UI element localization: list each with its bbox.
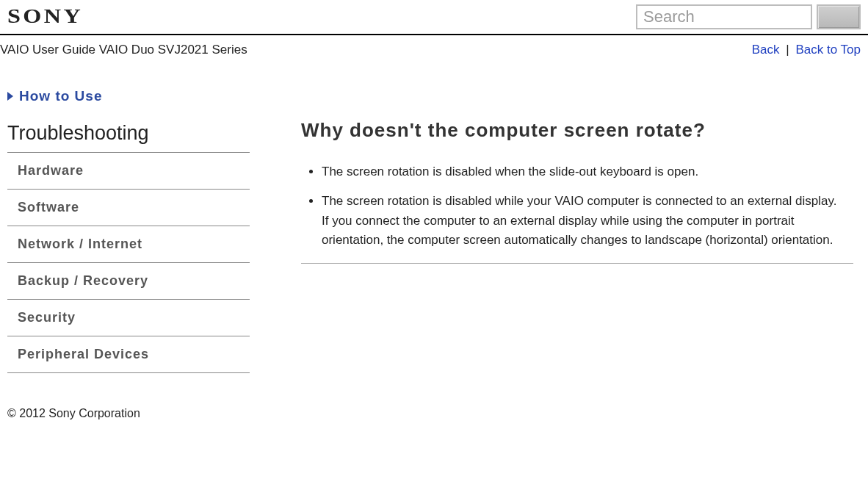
list-item-text: The screen rotation is disabled when the… xyxy=(322,165,698,179)
header: SONY xyxy=(0,0,868,35)
article-title: Why doesn't the computer screen rotate? xyxy=(301,119,853,142)
sidebar: How to Use Troubleshooting Hardware Soft… xyxy=(7,75,272,373)
sidebar-item-hardware[interactable]: Hardware xyxy=(7,153,250,190)
back-link[interactable]: Back xyxy=(752,43,780,57)
list-item: The screen rotation is disabled while yo… xyxy=(322,192,853,250)
list-item: The screen rotation is disabled when the… xyxy=(322,162,853,181)
breadcrumb: VAIO User Guide VAIO Duo SVJ2021 Series xyxy=(0,43,247,57)
sidebar-section-title: Troubleshooting xyxy=(7,122,250,153)
brand-logo: SONY xyxy=(7,4,83,28)
list-item-text: The screen rotation is disabled while yo… xyxy=(322,194,836,208)
arrow-right-icon xyxy=(7,92,13,101)
back-to-top-link[interactable]: Back to Top xyxy=(795,43,861,57)
search-form xyxy=(636,4,861,34)
subheader: VAIO User Guide VAIO Duo SVJ2021 Series … xyxy=(0,35,868,75)
search-input[interactable] xyxy=(636,4,812,29)
article-body: The screen rotation is disabled when the… xyxy=(301,162,853,264)
content: How to Use Troubleshooting Hardware Soft… xyxy=(0,75,868,388)
main: Why doesn't the computer screen rotate? … xyxy=(272,75,861,373)
search-button[interactable] xyxy=(817,4,861,29)
sidebar-item-software[interactable]: Software xyxy=(7,190,250,226)
divider xyxy=(301,263,853,264)
nav-links: Back | Back to Top xyxy=(752,43,861,57)
sidebar-item-network-internet[interactable]: Network / Internet xyxy=(7,226,250,263)
how-to-use-link[interactable]: How to Use xyxy=(7,75,250,122)
list-item-extra: If you connect the computer to an extern… xyxy=(322,212,853,250)
sidebar-item-peripheral-devices[interactable]: Peripheral Devices xyxy=(7,336,250,373)
footer-copyright: © 2012 Sony Corporation xyxy=(0,388,868,435)
how-to-use-label: How to Use xyxy=(19,88,102,104)
sidebar-item-backup-recovery[interactable]: Backup / Recovery xyxy=(7,263,250,300)
nav-separator: | xyxy=(786,43,789,57)
sidebar-item-security[interactable]: Security xyxy=(7,300,250,336)
